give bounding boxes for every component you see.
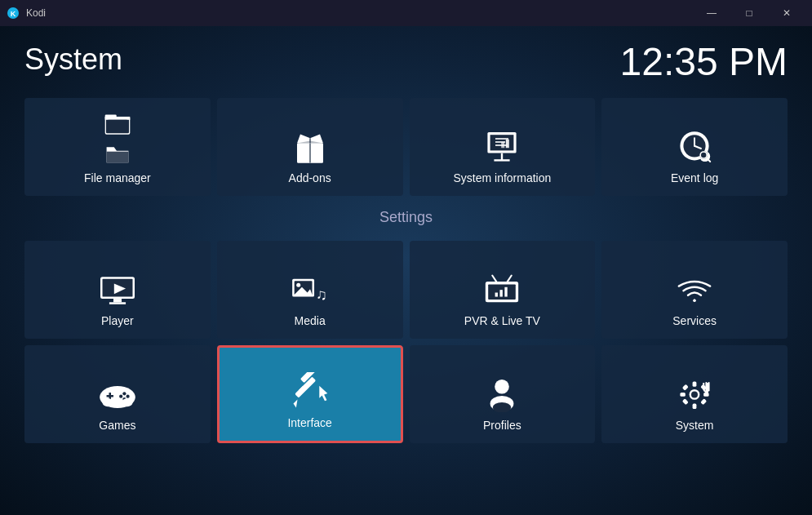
header: System 12:35 PM [24,42,788,82]
system-info-label: System information [453,171,551,184]
add-ons-label: Add-ons [289,171,331,184]
system-info-icon [481,129,523,165]
bottom-row: Games Interface [24,345,788,443]
svg-point-53 [122,398,132,406]
svg-point-34 [296,283,300,287]
tile-system-information[interactable]: System information [410,98,596,196]
profiles-label: Profiles [483,419,521,432]
svg-rect-42 [500,290,503,296]
content-grid: File manager Add-ons [24,98,788,443]
event-log-label: Event log [671,171,718,184]
minimize-button[interactable]: — [693,0,730,26]
tile-player[interactable]: Player [24,241,211,339]
top-row: File manager Add-ons [24,98,788,196]
interface-icon [287,372,333,410]
svg-rect-30 [113,299,122,302]
tile-profiles[interactable]: Profiles [410,345,596,443]
svg-rect-5 [105,117,131,120]
pvr-icon [481,273,523,308]
svg-text:♫: ♫ [315,286,326,303]
file-manager-icon [96,109,139,136]
svg-rect-71 [700,398,707,405]
svg-rect-18 [502,142,505,148]
page-title: System [24,42,122,77]
tile-event-log[interactable]: Event log [601,98,788,196]
svg-rect-65 [693,404,697,409]
services-label: Services [672,314,717,327]
middle-row: Player ♫ Media [24,241,788,339]
tile-games[interactable]: Games [24,345,211,443]
tile-system[interactable]: System [601,345,788,443]
svg-line-39 [493,276,497,282]
settings-label: Settings [24,209,788,226]
svg-line-40 [508,276,512,282]
player-label: Player [101,314,134,327]
main-content: System 12:35 PM [0,26,812,515]
titlebar-left: K Kodi [7,7,46,20]
file-manager-label: File manager [84,171,151,184]
system-icon [673,376,716,412]
svg-rect-41 [495,293,498,297]
svg-point-63 [691,391,698,397]
tile-services[interactable]: Services [601,241,788,339]
tile-file-manager[interactable]: File manager [24,98,211,196]
svg-point-51 [119,395,122,398]
close-button[interactable]: ✕ [768,0,805,26]
games-label: Games [99,419,135,432]
svg-point-48 [122,392,126,395]
kodi-icon: K [7,7,20,20]
event-log-icon [673,129,716,165]
svg-point-59 [495,380,510,394]
titlebar-title: Kodi [26,7,46,19]
svg-rect-70 [682,398,689,405]
clock: 12:35 PM [620,42,788,82]
tile-pvr-live-tv[interactable]: PVR & Live TV [410,241,596,339]
svg-text:K: K [11,10,16,18]
profiles-icon [481,376,523,412]
svg-marker-58 [319,386,327,401]
player-icon [96,273,139,308]
svg-rect-64 [693,381,697,386]
addons-icon [289,129,331,165]
games-icon [96,378,139,412]
media-icon: ♫ [289,273,331,308]
media-label: Media [295,314,326,327]
maximize-button[interactable]: □ [730,0,768,26]
svg-rect-17 [506,140,509,148]
svg-line-26 [707,158,710,162]
system-label: System [676,419,714,432]
svg-rect-47 [109,393,111,399]
pvr-label: PVR & Live TV [464,314,540,327]
svg-rect-43 [505,287,508,297]
tile-add-ons[interactable]: Add-ons [217,98,403,196]
titlebar: K Kodi — □ ✕ [0,0,812,26]
interface-label: Interface [287,416,331,429]
svg-point-44 [694,300,696,302]
svg-marker-55 [293,399,297,407]
svg-point-49 [126,395,129,398]
services-icon [673,272,716,308]
svg-rect-66 [681,393,686,397]
svg-point-52 [102,398,113,406]
folder-icon [96,143,139,165]
svg-rect-31 [109,302,126,304]
svg-rect-68 [682,384,689,391]
tile-interface[interactable]: Interface [217,345,403,443]
titlebar-controls: — □ ✕ [693,0,805,26]
tile-media[interactable]: ♫ Media [217,241,403,339]
